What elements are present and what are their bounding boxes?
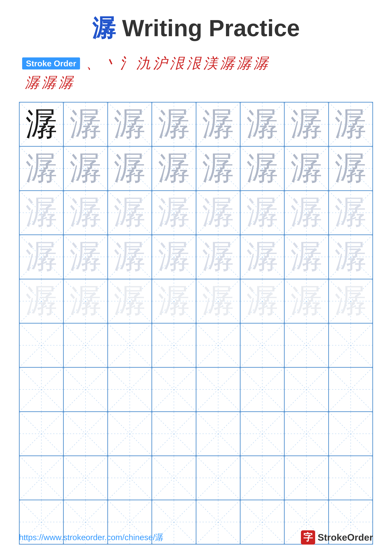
empty-grid-cell[interactable]	[19, 367, 64, 411]
svg-line-180	[241, 323, 284, 367]
grid-row-2: 潺 潺 潺	[19, 146, 373, 190]
empty-grid-cell[interactable]	[240, 367, 284, 411]
empty-grid-cell[interactable]	[328, 412, 373, 456]
empty-grid-cell[interactable]	[240, 412, 284, 456]
empty-grid-cell[interactable]	[19, 323, 64, 367]
stroke-char-10: 潺	[237, 54, 251, 73]
grid-cell[interactable]: 潺	[108, 102, 152, 146]
grid-cell[interactable]: 潺	[152, 191, 196, 235]
svg-line-220	[329, 368, 372, 411]
svg-line-252	[329, 412, 372, 455]
empty-grid-cell[interactable]	[64, 456, 107, 500]
empty-grid-cell[interactable]	[108, 412, 152, 456]
footer: https://www.strokeorder.com/chinese/潺 字 …	[19, 530, 373, 545]
empty-grid-cell[interactable]	[108, 456, 152, 500]
grid-cell[interactable]: 潺	[152, 235, 196, 279]
stroke-char-6: 泿	[170, 54, 184, 73]
empty-grid-cell[interactable]	[152, 367, 196, 411]
grid-cell[interactable]: 潺	[196, 279, 240, 323]
practice-char: 潺	[335, 109, 366, 140]
svg-line-213	[241, 368, 284, 411]
practice-char: 潺	[335, 241, 366, 273]
empty-grid-cell[interactable]	[328, 323, 373, 367]
grid-cell[interactable]: 潺	[64, 279, 107, 323]
empty-grid-cell[interactable]	[152, 412, 196, 456]
empty-grid-cell[interactable]	[240, 456, 284, 500]
svg-line-217	[285, 368, 328, 411]
grid-cell[interactable]: 潺	[152, 146, 196, 190]
grid-cell[interactable]: 潺	[240, 191, 284, 235]
grid-cell[interactable]: 潺	[152, 102, 196, 146]
empty-grid-cell[interactable]	[284, 367, 328, 411]
practice-char: 潺	[202, 153, 234, 184]
grid-cell[interactable]: 潺	[19, 146, 64, 190]
empty-grid-cell[interactable]	[64, 367, 107, 411]
empty-grid-cell[interactable]	[196, 367, 240, 411]
grid-cell[interactable]: 潺	[64, 146, 107, 190]
practice-grid: 潺 潺 潺	[19, 102, 373, 545]
grid-row-8	[19, 412, 373, 456]
grid-row-1: 潺 潺 潺	[19, 102, 373, 146]
grid-cell[interactable]: 潺	[284, 146, 328, 190]
svg-line-185	[285, 323, 328, 367]
grid-cell[interactable]: 潺	[240, 102, 284, 146]
practice-char: 潺	[70, 109, 101, 140]
empty-grid-cell[interactable]	[152, 323, 196, 367]
grid-cell[interactable]: 潺	[19, 191, 64, 235]
grid-cell[interactable]: 潺	[284, 279, 328, 323]
grid-cell[interactable]: 潺	[284, 102, 328, 146]
grid-cell[interactable]: 潺	[196, 102, 240, 146]
empty-grid-cell[interactable]	[108, 323, 152, 367]
grid-cell[interactable]: 潺	[328, 102, 373, 146]
empty-grid-cell[interactable]	[196, 412, 240, 456]
grid-cell[interactable]: 潺	[108, 279, 152, 323]
grid-cell[interactable]: 潺	[328, 235, 373, 279]
empty-grid-cell[interactable]	[328, 456, 373, 500]
svg-line-276	[241, 456, 284, 500]
empty-grid-cell[interactable]	[240, 323, 284, 367]
empty-grid-cell[interactable]	[64, 412, 107, 456]
empty-grid-cell[interactable]	[108, 367, 152, 411]
empty-grid-cell[interactable]	[196, 456, 240, 500]
practice-char: 潺	[202, 109, 234, 140]
grid-cell[interactable]: 潺	[284, 191, 328, 235]
empty-grid-cell[interactable]	[284, 412, 328, 456]
grid-cell[interactable]: 潺	[328, 191, 373, 235]
empty-grid-cell[interactable]	[64, 323, 107, 367]
grid-cell[interactable]: 潺	[196, 235, 240, 279]
grid-cell[interactable]: 潺	[240, 235, 284, 279]
grid-cell[interactable]: 潺	[284, 235, 328, 279]
empty-grid-cell[interactable]	[328, 367, 373, 411]
practice-char: 潺	[335, 197, 366, 228]
grid-cell[interactable]: 潺	[108, 235, 152, 279]
empty-grid-cell[interactable]	[196, 323, 240, 367]
footer-url[interactable]: https://www.strokeorder.com/chinese/潺	[19, 532, 163, 543]
grid-cell[interactable]: 潺	[64, 102, 107, 146]
grid-cell[interactable]: 潺	[240, 279, 284, 323]
empty-grid-cell[interactable]	[19, 412, 64, 456]
grid-cell[interactable]: 潺	[64, 191, 107, 235]
svg-line-209	[196, 368, 240, 411]
grid-cell[interactable]: 潺	[108, 146, 152, 190]
stroke-chars-row1: 、 丶 氵 氿 沪 泿 泿 渼 潺 潺 潺	[85, 54, 269, 73]
grid-cell[interactable]: 潺	[19, 235, 64, 279]
svg-line-253	[329, 412, 372, 455]
svg-line-160	[20, 323, 63, 367]
svg-line-245	[241, 412, 284, 455]
grid-cell[interactable]: 潺	[19, 279, 64, 323]
grid-cell[interactable]: 潺	[108, 191, 152, 235]
grid-cell[interactable]: 潺	[196, 146, 240, 190]
grid-cell[interactable]: 潺	[152, 279, 196, 323]
empty-grid-cell[interactable]	[19, 456, 64, 500]
grid-cell[interactable]: 潺	[64, 235, 107, 279]
svg-line-161	[20, 323, 63, 367]
empty-grid-cell[interactable]	[284, 456, 328, 500]
grid-cell[interactable]: 潺	[240, 146, 284, 190]
grid-cell[interactable]: 潺	[196, 191, 240, 235]
empty-grid-cell[interactable]	[284, 323, 328, 367]
grid-cell[interactable]: 潺	[19, 102, 64, 146]
grid-cell[interactable]: 潺	[328, 146, 373, 190]
empty-grid-cell[interactable]	[152, 456, 196, 500]
grid-cell[interactable]: 潺	[328, 279, 373, 323]
svg-line-172	[152, 323, 196, 367]
